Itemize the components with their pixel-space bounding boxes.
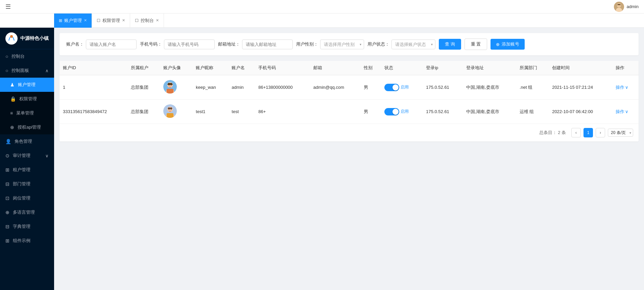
tab-icon-console: ☐: [135, 18, 139, 23]
avatar-cell: [163, 104, 177, 118]
sidebar-item-api-mgmt[interactable]: ⊕ 授权api管理: [0, 120, 54, 134]
sidebar-item-dict-mgmt[interactable]: ⊟ 字典管理: [0, 219, 54, 234]
toggle-knob: [392, 84, 399, 90]
cell-phone: 86+: [255, 100, 310, 124]
svg-rect-17: [167, 113, 173, 118]
gender-select[interactable]: 请选择用户性别 男 女: [320, 39, 364, 49]
tab-permission[interactable]: ☐ 权限管理 ✕: [92, 14, 130, 28]
operation-link[interactable]: 操作 ∨: [616, 84, 635, 90]
sidebar-item-component-demo[interactable]: ⊞ 组件示例: [0, 234, 54, 248]
cell-created-time: 2022-10-07 06:42:00: [549, 100, 612, 124]
cell-nickname: test1: [192, 100, 228, 124]
svg-point-15: [169, 109, 170, 110]
status-toggle[interactable]: [384, 108, 399, 115]
col-operation: 操作: [612, 61, 639, 75]
sidebar-item-label: 多语言管理: [13, 209, 35, 215]
sidebar-item-account-mgmt[interactable]: ♟ 账户管理: [0, 78, 54, 92]
operation-link[interactable]: 操作 ∨: [616, 109, 635, 115]
sidebar-item-i18n-mgmt[interactable]: ⊕ 多语言管理: [0, 205, 54, 219]
cell-dept: .net 组: [516, 75, 549, 100]
add-account-button[interactable]: ⊕ 添加账号: [491, 39, 525, 50]
pagination: 总条目： 2 条 ‹ 1 › 20 条/页 10 条/页 50 条/页: [59, 124, 639, 141]
col-email: 邮箱: [310, 61, 360, 75]
sidebar-item-dept-mgmt[interactable]: ⊟ 部门管理: [0, 177, 54, 191]
account-name-field: 账户名：: [66, 39, 137, 49]
email-field: 邮箱地址：: [218, 39, 293, 49]
account-name-input[interactable]: [86, 39, 137, 49]
col-gender: 性别: [360, 61, 381, 75]
total-count: 2 条: [558, 130, 566, 135]
sidebar-item-label: 组件示例: [13, 238, 30, 244]
sidebar-item-label: 权限管理: [19, 96, 37, 102]
page-1-btn[interactable]: 1: [583, 128, 593, 137]
prev-page-btn[interactable]: ‹: [571, 128, 581, 137]
sidebar-item-role-mgmt[interactable]: 👤 角色管理: [0, 134, 54, 149]
col-avatar: 账户头像: [160, 61, 192, 75]
phone-label: 手机号码：: [140, 41, 162, 47]
role-icon: 👤: [5, 139, 11, 144]
hamburger-icon[interactable]: ☰: [5, 3, 11, 10]
cell-login-ip: 175.0.52.61: [423, 75, 463, 100]
sidebar-item-label: 账户管理: [18, 82, 35, 88]
status-select[interactable]: 请选择账户状态 启用 禁用: [391, 39, 435, 49]
tab-close-permission[interactable]: ✕: [122, 18, 125, 23]
sidebar-item-control-panel[interactable]: ○ 控制面板 ∧: [0, 63, 54, 78]
cell-status: 启用: [381, 100, 423, 124]
cell-email: [310, 100, 360, 124]
cell-avatar: [160, 75, 192, 100]
sidebar-item-tenant-mgmt[interactable]: ⊞ 租户管理: [0, 163, 54, 177]
op-label: 操作: [616, 109, 624, 115]
dict-icon: ⊟: [5, 224, 9, 229]
sidebar-item-menu-mgmt[interactable]: ≡ 菜单管理: [0, 106, 54, 120]
cell-nickname: keep_wan: [192, 75, 228, 100]
gender-label: 用户性别：: [296, 41, 318, 47]
col-login-addr: 登录地址: [463, 61, 516, 75]
gender-field: 用户性别： 请选择用户性别 男 女: [296, 39, 364, 49]
tab-account[interactable]: ⊞ 账户管理 ✕: [54, 14, 92, 28]
svg-point-7: [167, 82, 173, 88]
sidebar-item-label: 控制面板: [11, 68, 29, 74]
sidebar-item-label: 授权api管理: [18, 124, 41, 130]
tab-icon-account: ⊞: [59, 18, 62, 23]
col-dept: 所属部门: [516, 61, 549, 75]
tab-label-console: 控制台: [141, 18, 154, 24]
next-page-btn[interactable]: ›: [596, 128, 605, 137]
sidebar-item-dashboard[interactable]: ○ 控制台: [0, 49, 54, 63]
phone-input[interactable]: [164, 39, 215, 49]
query-button[interactable]: 查 询: [439, 39, 461, 50]
op-label: 操作: [616, 84, 624, 90]
add-btn-label: 添加账号: [502, 41, 519, 47]
sidebar-item-position-mgmt[interactable]: ⊡ 岗位管理: [0, 191, 54, 205]
cell-login-addr: 中国,湖南,娄底市: [463, 75, 516, 100]
sidebar-item-label: 角色管理: [15, 138, 32, 144]
cell-id: 1: [59, 75, 127, 100]
cell-avatar: [160, 100, 192, 124]
logo-text: 中源特色小镇: [20, 35, 49, 42]
tab-label-account: 账户管理: [64, 18, 82, 24]
page-size-select[interactable]: 20 条/页 10 条/页 50 条/页: [608, 129, 633, 137]
account-table: 账户ID 所属租户 账户头像 账户昵称 账户名 手机号码 邮箱 性别 状态 登录…: [59, 61, 639, 141]
tab-console[interactable]: ☐ 控制台 ✕: [130, 14, 164, 28]
search-bar: 账户名： 手机号码： 邮箱地址： 用户性别： 请选择用户性别 男 女: [59, 33, 639, 55]
tab-bar: ⊞ 账户管理 ✕ ☐ 权限管理 ✕ ☐ 控制台 ✕: [0, 14, 644, 28]
col-created-time: 创建时间: [549, 61, 612, 75]
svg-point-16: [171, 109, 172, 110]
main-layout: 中源特色小镇 ○ 控制台 ○ 控制面板 ∧ ♟ 账户管理 🔒: [0, 28, 644, 290]
chevron-down-icon: ∨: [625, 109, 628, 114]
cell-dept: 运维 组: [516, 100, 549, 124]
email-input[interactable]: [242, 39, 293, 49]
reset-button[interactable]: 重 置: [464, 38, 487, 50]
audit-icon: ⊙: [5, 153, 9, 158]
page-size-wrap: 20 条/页 10 条/页 50 条/页: [608, 129, 633, 137]
tenant-icon: ⊞: [5, 167, 9, 173]
sidebar-item-label: 字典管理: [13, 223, 30, 230]
tab-close-console[interactable]: ✕: [156, 18, 159, 23]
sidebar-item-audit-mgmt[interactable]: ⊙ 审计管理 ∨: [0, 149, 54, 163]
api-icon: ⊕: [10, 125, 14, 130]
svg-point-4: [6, 33, 17, 44]
sidebar-item-permission-mgmt[interactable]: 🔒 权限管理: [0, 92, 54, 106]
status-label-text: 启用: [401, 84, 409, 90]
total-info: 总条目： 2 条: [539, 130, 566, 136]
tab-close-account[interactable]: ✕: [84, 18, 87, 23]
status-toggle[interactable]: [384, 84, 399, 91]
